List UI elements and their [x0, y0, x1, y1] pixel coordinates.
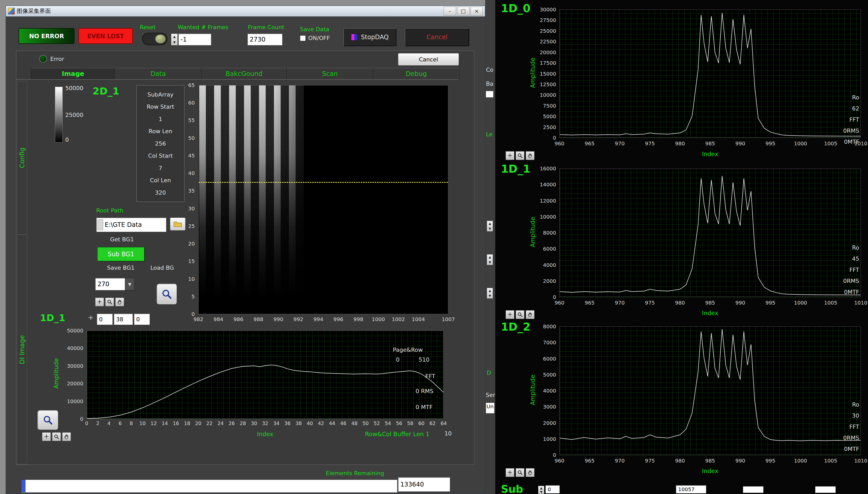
strip-value-box[interactable]: Un — [486, 403, 494, 414]
zoom-tool-icon[interactable] — [516, 151, 525, 160]
spinner-down-icon[interactable]: ▼ — [171, 39, 177, 45]
side-readout: Ro62 FFT0RMS 0MTF — [843, 92, 859, 147]
plot-area — [559, 326, 861, 455]
main-window: 图像采集界面 – □ × NO ERROR EVEN LOST Reset ▲▼… — [6, 6, 485, 494]
strip-spinner[interactable]: ▲▼ — [487, 254, 493, 265]
bg-frame-combo[interactable]: 270 — [95, 278, 125, 290]
pan-tool-icon[interactable] — [62, 432, 71, 441]
col-len-value[interactable]: 320 — [155, 189, 166, 196]
get-bg1-button[interactable]: Get BG1 — [110, 236, 134, 243]
tab-scan[interactable]: Scan — [286, 68, 374, 80]
page-value: 0 — [396, 357, 399, 363]
cursor-z-value[interactable]: 0 — [134, 314, 150, 325]
frame-count-label: Frame Count — [248, 24, 284, 31]
stop-daq-button[interactable]: StopDAQ — [343, 28, 396, 46]
strip-spinner[interactable]: ▲▼ — [487, 221, 493, 231]
cursor-y-value[interactable]: 38 — [114, 314, 133, 325]
zoom-left-graph-button[interactable] — [37, 410, 59, 430]
intensity-scale-bar — [55, 87, 63, 142]
pan-tool-icon[interactable] — [526, 310, 534, 319]
background-window-strip: Co Ba Le ▲▼ ▲▼ ▲▼ D Ser Un — [485, 0, 495, 494]
x-axis-label: Index — [559, 151, 861, 157]
left-1d-graph: Amplitude 01000020000300004000050000 024… — [6, 326, 460, 450]
strip-fragment: Ba — [486, 80, 493, 87]
sub-spinner[interactable]: ▲▼ — [538, 486, 544, 494]
tab-strip-divider — [16, 79, 459, 80]
graph-tool-palette — [506, 151, 534, 160]
zoom-tool-icon[interactable] — [105, 298, 114, 306]
page-row-label: Page&Row — [393, 347, 423, 353]
crosshair-tool-icon[interactable] — [506, 151, 514, 160]
zoom-tool-icon[interactable] — [516, 310, 525, 319]
save-bg1-button[interactable]: Save BG1 — [107, 265, 135, 271]
save-data-label: Save Data — [300, 26, 330, 33]
crosshair-tool-icon[interactable] — [95, 298, 104, 306]
side-readout: Ro45 FFT0RMS 0MTF — [843, 242, 859, 298]
minimize-button[interactable]: – — [444, 7, 456, 16]
no-error-indicator[interactable]: NO ERROR — [19, 28, 75, 44]
tab-image[interactable]: Image — [31, 68, 115, 80]
cursor-line[interactable] — [199, 182, 448, 183]
fft-label: FFT — [426, 373, 435, 380]
tab-data[interactable]: Data — [115, 68, 202, 80]
row-len-value[interactable]: 256 — [155, 140, 166, 147]
reset-toggle[interactable] — [142, 33, 167, 45]
graph-tool-palette — [95, 298, 124, 306]
row-start-label: Row Start — [147, 103, 174, 110]
counter-value: 10057 — [676, 485, 706, 493]
save-data-checkbox[interactable] — [300, 35, 306, 41]
reset-label: Reset — [140, 24, 156, 31]
strip-fragment: D — [487, 369, 491, 376]
y-axis-ticks: 05101520253035404550556065 — [171, 85, 196, 314]
sub-value-input[interactable]: 0 — [545, 485, 560, 493]
cancel-button[interactable]: Cancel — [398, 53, 459, 65]
root-path-input[interactable]: E:\GTE Data — [96, 217, 166, 232]
pan-tool-icon[interactable] — [526, 468, 534, 477]
bottom-value-box[interactable] — [743, 486, 764, 493]
plot-area — [87, 330, 444, 419]
x-axis-ticks: 960965970975980985990995100010051010 — [559, 299, 861, 306]
strip-spinner[interactable]: ▲▼ — [487, 288, 493, 299]
zoom-tool-icon[interactable] — [52, 432, 61, 441]
plot-area — [559, 169, 861, 297]
strip-value-box[interactable] — [486, 91, 493, 98]
cancel-daq-button[interactable]: Cancel — [405, 28, 469, 46]
graph-1d-2: 1D_2 Amplitude 0100020003000400050006000… — [495, 319, 868, 476]
x-axis-ticks: 0246810121416182022242628303234363840424… — [87, 420, 444, 426]
browse-folder-button[interactable] — [170, 217, 185, 230]
strip-fragment: Ser — [486, 392, 495, 398]
error-label: Error — [50, 56, 64, 62]
close-button[interactable]: × — [471, 7, 483, 16]
side-tab-config[interactable]: Config — [17, 81, 27, 234]
tab-debug[interactable]: Debug — [373, 68, 459, 80]
title-bar[interactable]: 图像采集界面 – □ × — [6, 6, 485, 17]
sub-bg1-button[interactable]: Sub BG1 — [97, 247, 145, 262]
wanted-frames-input[interactable]: -1 — [178, 34, 211, 45]
error-led — [39, 55, 47, 63]
zoom-tool-icon[interactable] — [516, 468, 525, 477]
load-bg-button[interactable]: Load BG — [151, 265, 174, 271]
cursor-x-value[interactable]: 0 — [97, 314, 113, 325]
subarray-title: SubArray — [147, 91, 173, 98]
magnifier-icon — [43, 415, 53, 425]
col-start-value[interactable]: 7 — [159, 165, 162, 171]
col-len-label: Col Len — [150, 177, 171, 184]
combo-dropdown-icon[interactable]: ▼ — [125, 278, 134, 290]
crosshair-tool-icon[interactable] — [42, 432, 51, 441]
graph-tool-palette — [42, 432, 71, 441]
wanted-frames-spinner[interactable]: ▲▼ — [171, 34, 178, 45]
bottom-value-box[interactable] — [815, 486, 836, 493]
image-2d-graph: 05101520253035404550556065 9829849869889… — [171, 85, 470, 328]
zoom-2d-button[interactable] — [157, 284, 177, 305]
tab-bakcgound[interactable]: BakcGound — [201, 68, 287, 80]
crosshair-tool-icon[interactable] — [506, 310, 514, 319]
x-axis-ticks: 9829849869889909929949969981000100210041… — [198, 316, 448, 323]
even-lost-indicator[interactable]: EVEN LOST — [78, 28, 133, 44]
spinner-up-icon[interactable]: ▲ — [171, 34, 177, 39]
pan-tool-icon[interactable] — [526, 151, 534, 160]
pan-tool-icon[interactable] — [115, 298, 124, 306]
maximize-button[interactable]: □ — [457, 7, 470, 16]
row-start-value[interactable]: 1 — [159, 116, 162, 122]
crosshair-tool-icon[interactable] — [506, 468, 514, 477]
x-axis-label: Index — [559, 468, 861, 474]
